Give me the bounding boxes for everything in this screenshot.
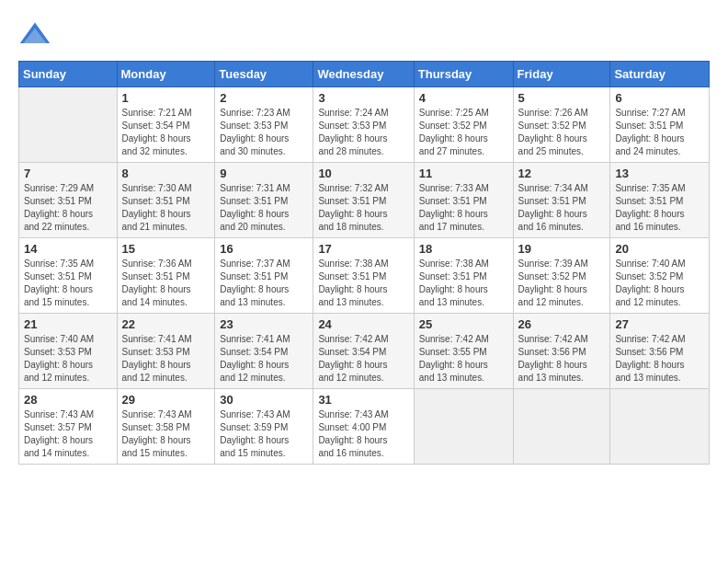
calendar-day-header: Friday [513,62,610,87]
calendar-day-cell [414,389,513,465]
calendar-day-cell: 25Sunrise: 7:42 AM Sunset: 3:55 PM Dayli… [414,314,513,389]
day-info: Sunrise: 7:31 AM Sunset: 3:51 PM Dayligh… [220,182,308,234]
calendar-day-cell: 20Sunrise: 7:40 AM Sunset: 3:52 PM Dayli… [610,238,710,314]
day-info: Sunrise: 7:40 AM Sunset: 3:52 PM Dayligh… [615,258,704,309]
day-info: Sunrise: 7:36 AM Sunset: 3:51 PM Dayligh… [122,258,210,309]
day-info: Sunrise: 7:21 AM Sunset: 3:54 PM Dayligh… [122,107,210,158]
day-number: 21 [24,317,112,331]
day-info: Sunrise: 7:42 AM Sunset: 3:54 PM Dayligh… [318,333,408,385]
calendar-day-cell: 10Sunrise: 7:32 AM Sunset: 3:51 PM Dayli… [313,163,414,238]
calendar-day-cell: 22Sunrise: 7:41 AM Sunset: 3:53 PM Dayli… [117,314,215,389]
calendar-day-cell: 6Sunrise: 7:27 AM Sunset: 3:51 PM Daylig… [610,87,710,163]
day-info: Sunrise: 7:37 AM Sunset: 3:51 PM Dayligh… [220,258,308,309]
day-number: 5 [518,91,606,105]
calendar-week-row: 28Sunrise: 7:43 AM Sunset: 3:57 PM Dayli… [19,389,710,465]
day-info: Sunrise: 7:24 AM Sunset: 3:53 PM Dayligh… [318,107,408,158]
calendar-day-cell: 19Sunrise: 7:39 AM Sunset: 3:52 PM Dayli… [513,238,610,314]
calendar-day-cell: 13Sunrise: 7:35 AM Sunset: 3:51 PM Dayli… [610,163,710,238]
day-number: 26 [518,317,606,331]
day-info: Sunrise: 7:38 AM Sunset: 3:51 PM Dayligh… [318,258,408,309]
calendar-day-cell [19,87,118,163]
day-number: 10 [318,167,408,180]
calendar-day-cell: 28Sunrise: 7:43 AM Sunset: 3:57 PM Dayli… [19,389,118,465]
calendar-header-row: SundayMondayTuesdayWednesdayThursdayFrid… [19,62,710,87]
day-number: 18 [419,242,508,256]
day-info: Sunrise: 7:35 AM Sunset: 3:51 PM Dayligh… [615,182,704,234]
day-number: 28 [24,393,112,407]
day-info: Sunrise: 7:43 AM Sunset: 4:00 PM Dayligh… [318,408,408,460]
day-info: Sunrise: 7:43 AM Sunset: 3:58 PM Dayligh… [122,408,210,460]
day-number: 23 [220,317,308,331]
calendar-day-header: Sunday [19,62,118,87]
day-number: 14 [24,242,112,256]
page-header [18,18,710,52]
day-number: 4 [419,91,508,105]
day-number: 1 [122,91,210,105]
day-number: 29 [122,393,210,407]
calendar-day-cell: 31Sunrise: 7:43 AM Sunset: 4:00 PM Dayli… [313,389,414,465]
calendar-day-cell: 1Sunrise: 7:21 AM Sunset: 3:54 PM Daylig… [117,87,215,163]
day-number: 12 [518,167,606,180]
day-number: 31 [318,393,408,407]
day-number: 22 [122,317,210,331]
calendar-day-cell: 9Sunrise: 7:31 AM Sunset: 3:51 PM Daylig… [215,163,313,238]
calendar-day-header: Monday [117,62,215,87]
calendar-day-cell [513,389,610,465]
calendar-day-cell: 26Sunrise: 7:42 AM Sunset: 3:56 PM Dayli… [513,314,610,389]
logo-icon [18,18,51,52]
logo [18,18,55,52]
day-number: 25 [419,317,508,331]
day-number: 20 [615,242,704,256]
calendar-day-header: Saturday [610,62,710,87]
day-number: 11 [419,167,508,180]
day-number: 30 [220,393,308,407]
calendar-day-cell: 16Sunrise: 7:37 AM Sunset: 3:51 PM Dayli… [215,238,313,314]
day-info: Sunrise: 7:34 AM Sunset: 3:51 PM Dayligh… [518,182,606,234]
calendar-week-row: 1Sunrise: 7:21 AM Sunset: 3:54 PM Daylig… [19,87,710,163]
calendar-day-cell: 12Sunrise: 7:34 AM Sunset: 3:51 PM Dayli… [513,163,610,238]
day-info: Sunrise: 7:41 AM Sunset: 3:54 PM Dayligh… [220,333,308,385]
calendar-day-cell: 30Sunrise: 7:43 AM Sunset: 3:59 PM Dayli… [215,389,313,465]
day-number: 27 [615,317,704,331]
calendar-day-cell: 17Sunrise: 7:38 AM Sunset: 3:51 PM Dayli… [313,238,414,314]
calendar-day-cell: 11Sunrise: 7:33 AM Sunset: 3:51 PM Dayli… [414,163,513,238]
calendar-week-row: 21Sunrise: 7:40 AM Sunset: 3:53 PM Dayli… [19,314,710,389]
day-number: 17 [318,242,408,256]
calendar-day-cell: 24Sunrise: 7:42 AM Sunset: 3:54 PM Dayli… [313,314,414,389]
calendar-day-cell: 14Sunrise: 7:35 AM Sunset: 3:51 PM Dayli… [19,238,118,314]
calendar-day-cell: 4Sunrise: 7:25 AM Sunset: 3:52 PM Daylig… [414,87,513,163]
day-info: Sunrise: 7:38 AM Sunset: 3:51 PM Dayligh… [419,258,508,309]
calendar-day-header: Wednesday [313,62,414,87]
day-info: Sunrise: 7:40 AM Sunset: 3:53 PM Dayligh… [24,333,112,385]
day-info: Sunrise: 7:27 AM Sunset: 3:51 PM Dayligh… [615,107,704,158]
calendar-table: SundayMondayTuesdayWednesdayThursdayFrid… [18,61,710,465]
day-info: Sunrise: 7:32 AM Sunset: 3:51 PM Dayligh… [318,182,408,234]
day-number: 9 [220,167,308,180]
day-info: Sunrise: 7:42 AM Sunset: 3:56 PM Dayligh… [518,333,606,385]
calendar-day-header: Thursday [414,62,513,87]
day-number: 16 [220,242,308,256]
day-number: 6 [615,91,704,105]
day-info: Sunrise: 7:39 AM Sunset: 3:52 PM Dayligh… [518,258,606,309]
calendar-day-cell: 21Sunrise: 7:40 AM Sunset: 3:53 PM Dayli… [19,314,118,389]
calendar-day-cell: 29Sunrise: 7:43 AM Sunset: 3:58 PM Dayli… [117,389,215,465]
day-number: 3 [318,91,408,105]
day-number: 15 [122,242,210,256]
day-info: Sunrise: 7:25 AM Sunset: 3:52 PM Dayligh… [419,107,508,158]
calendar-day-cell: 2Sunrise: 7:23 AM Sunset: 3:53 PM Daylig… [215,87,313,163]
calendar-day-header: Tuesday [215,62,313,87]
day-number: 24 [318,317,408,331]
day-info: Sunrise: 7:43 AM Sunset: 3:59 PM Dayligh… [220,408,308,460]
day-info: Sunrise: 7:43 AM Sunset: 3:57 PM Dayligh… [24,408,112,460]
day-number: 2 [220,91,308,105]
day-info: Sunrise: 7:42 AM Sunset: 3:55 PM Dayligh… [419,333,508,385]
calendar-day-cell: 3Sunrise: 7:24 AM Sunset: 3:53 PM Daylig… [313,87,414,163]
calendar-day-cell: 27Sunrise: 7:42 AM Sunset: 3:56 PM Dayli… [610,314,710,389]
calendar-week-row: 7Sunrise: 7:29 AM Sunset: 3:51 PM Daylig… [19,163,710,238]
calendar-day-cell: 8Sunrise: 7:30 AM Sunset: 3:51 PM Daylig… [117,163,215,238]
day-number: 13 [615,167,704,180]
calendar-week-row: 14Sunrise: 7:35 AM Sunset: 3:51 PM Dayli… [19,238,710,314]
calendar-day-cell: 23Sunrise: 7:41 AM Sunset: 3:54 PM Dayli… [215,314,313,389]
day-info: Sunrise: 7:26 AM Sunset: 3:52 PM Dayligh… [518,107,606,158]
day-info: Sunrise: 7:42 AM Sunset: 3:56 PM Dayligh… [615,333,704,385]
